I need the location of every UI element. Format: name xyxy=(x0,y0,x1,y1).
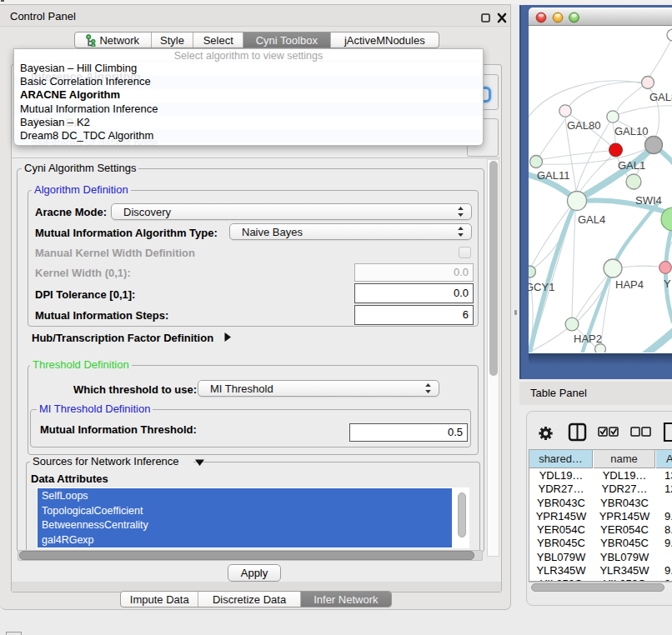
svg-text:GAL10: GAL10 xyxy=(614,125,648,138)
svg-text:GAL11: GAL11 xyxy=(537,169,570,182)
svg-text:HAP4: HAP4 xyxy=(615,278,644,291)
svg-text:GAL8: GAL8 xyxy=(649,91,672,103)
svg-text:GAL80: GAL80 xyxy=(567,119,600,132)
svg-text:SWI4: SWI4 xyxy=(635,194,662,207)
svg-text:HAP2: HAP2 xyxy=(574,332,602,345)
svg-text:GAL1: GAL1 xyxy=(618,159,645,172)
svg-text:Y: Y xyxy=(664,278,671,290)
svg-text:GCY1: GCY1 xyxy=(529,281,554,293)
svg-text:GAL4: GAL4 xyxy=(578,213,605,226)
